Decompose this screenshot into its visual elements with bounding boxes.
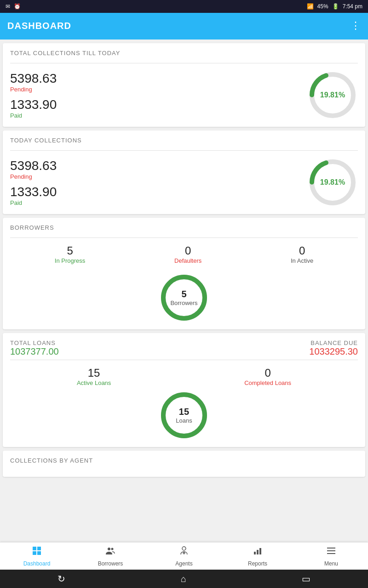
today-collections-title: TODAY COLLECTIONS — [10, 137, 358, 144]
completed-loans-count: 0 — [244, 367, 291, 379]
card-divider-4 — [10, 360, 358, 360]
today-pending-amount: 5398.63 — [10, 158, 307, 173]
svg-point-12 — [108, 548, 110, 550]
collections-agent-title: COLLECTIONS BY AGENT — [10, 457, 358, 464]
nav-agents-label: Agents — [175, 560, 192, 567]
inactive-label: In Active — [291, 257, 313, 264]
svg-rect-17 — [259, 548, 261, 554]
total-collections-donut: 19.81% — [307, 70, 358, 120]
card-divider-3 — [10, 237, 358, 238]
borrowers-icon — [105, 545, 116, 559]
nav-agents[interactable]: Agents — [147, 543, 221, 570]
nav-menu-label: Menu — [324, 560, 338, 567]
bottom-nav: Dashboard Borrowers Agents Reports Menu — [0, 542, 368, 570]
nav-reports-label: Reports — [248, 560, 267, 567]
card-divider-1 — [10, 63, 358, 63]
svg-rect-18 — [327, 548, 335, 548]
completed-loans-stat: 0 Completed Loans — [244, 367, 291, 386]
inactive-count: 0 — [291, 244, 313, 257]
loans-circle-wrapper: 15 Loans — [10, 390, 358, 441]
main-content: TOTAL COLLECTIONS TILL TODAY 5398.63 Pen… — [0, 43, 368, 529]
svg-point-14 — [182, 547, 186, 550]
today-collections-card: TODAY COLLECTIONS 5398.63 Pending 1333.9… — [3, 130, 365, 214]
top-divider — [0, 39, 368, 40]
loans-circle: 15 Loans — [159, 390, 209, 441]
card-divider-2 — [10, 150, 358, 151]
total-pending-amount: 5398.63 — [10, 71, 307, 86]
svg-rect-9 — [37, 547, 41, 550]
balance-due-amount: 1033295.30 — [309, 346, 358, 357]
svg-point-13 — [111, 548, 114, 550]
menu-icon — [326, 545, 337, 559]
today-paid-label: Paid — [10, 199, 307, 206]
borrowers-circle-center: 5 Borrowers — [170, 289, 197, 306]
loans-stats: 15 Active Loans 0 Completed Loans — [10, 367, 358, 386]
loans-amount: 1037377.00 — [10, 346, 59, 357]
nav-reports[interactable]: Reports — [221, 543, 294, 570]
inactive-stat: 0 In Active — [291, 244, 313, 264]
defaulters-label: Defaulters — [174, 257, 201, 264]
today-paid-amount: 1333.90 — [10, 185, 307, 199]
back-button[interactable]: ↻ — [58, 573, 65, 584]
wifi-icon: 📶 — [307, 3, 314, 10]
total-paid-amount: 1333.90 — [10, 97, 307, 112]
loans-circle-num: 15 — [176, 407, 192, 417]
borrowers-circle: 5 Borrowers — [159, 272, 209, 323]
today-collections-pct: 19.81% — [320, 178, 345, 187]
total-collections-row: 5398.63 Pending 1333.90 Paid 19.81% — [10, 70, 358, 120]
nav-borrowers[interactable]: Borrowers — [74, 543, 147, 570]
nav-dashboard-label: Dashboard — [23, 560, 51, 567]
svg-rect-19 — [327, 550, 335, 551]
msg-icon: ✉ — [6, 3, 10, 10]
svg-rect-20 — [327, 553, 335, 554]
home-button[interactable]: ⌂ — [181, 574, 186, 584]
active-loans-label: Active Loans — [77, 379, 111, 386]
loans-header-left: TOTAL LOANS 1037377.00 — [10, 339, 59, 357]
status-bar: ✉ ⏰ 📶 45% 🔋 7:54 pm — [0, 0, 368, 13]
borrowers-circle-label: Borrowers — [170, 300, 197, 306]
time-display: 7:54 pm — [343, 3, 362, 10]
today-pending-label: Pending — [10, 173, 307, 180]
today-collections-donut: 19.81% — [307, 157, 358, 208]
nav-menu[interactable]: Menu — [294, 543, 368, 570]
borrowers-stats: 5 In Progress 0 Defaulters 0 In Active — [10, 244, 358, 264]
borrowers-circle-num: 5 — [170, 289, 197, 300]
recents-button[interactable]: ▭ — [302, 573, 310, 584]
today-collections-row: 5398.63 Pending 1333.90 Paid 19.81% — [10, 157, 358, 208]
total-pending-label: Pending — [10, 86, 307, 93]
clock-icon: ⏰ — [14, 3, 21, 10]
svg-rect-16 — [257, 550, 259, 554]
defaulters-stat: 0 Defaulters — [174, 244, 201, 264]
today-collections-left: 5398.63 Pending 1333.90 Paid — [10, 158, 307, 206]
system-nav: ↻ ⌂ ▭ — [0, 570, 368, 588]
top-bar: DASHBOARD ⋮ — [0, 13, 368, 39]
borrowers-card: BORROWERS 5 In Progress 0 Defaulters 0 I… — [3, 218, 365, 329]
agents-icon — [178, 545, 190, 559]
svg-rect-10 — [33, 551, 36, 555]
svg-rect-11 — [37, 551, 41, 555]
nav-dashboard[interactable]: Dashboard — [0, 543, 74, 570]
reports-icon — [252, 545, 263, 559]
loans-circle-center: 15 Loans — [176, 407, 192, 424]
total-collections-pct: 19.81% — [320, 91, 345, 99]
total-collections-card: TOTAL COLLECTIONS TILL TODAY 5398.63 Pen… — [3, 43, 365, 127]
collections-agent-card: COLLECTIONS BY AGENT — [3, 451, 365, 477]
borrowers-circle-wrapper: 5 Borrowers — [10, 272, 358, 323]
svg-rect-15 — [254, 552, 256, 554]
loans-circle-label: Loans — [176, 417, 192, 424]
total-collections-left: 5398.63 Pending 1333.90 Paid — [10, 71, 307, 119]
in-progress-label: In Progress — [55, 257, 85, 264]
page-title: DASHBOARD — [7, 21, 71, 31]
status-bar-right: 📶 45% 🔋 7:54 pm — [307, 3, 362, 10]
total-loans-card: TOTAL LOANS 1037377.00 BALANCE DUE 10332… — [3, 333, 365, 447]
balance-due-title: BALANCE DUE — [309, 339, 358, 346]
completed-loans-label: Completed Loans — [244, 379, 291, 386]
defaulters-count: 0 — [174, 244, 201, 257]
dashboard-icon — [31, 545, 42, 559]
in-progress-count: 5 — [55, 244, 85, 257]
total-collections-title: TOTAL COLLECTIONS TILL TODAY — [10, 50, 358, 57]
status-bar-left: ✉ ⏰ — [6, 3, 21, 10]
active-loans-stat: 15 Active Loans — [77, 367, 111, 386]
active-loans-count: 15 — [77, 367, 111, 379]
more-vert-icon[interactable]: ⋮ — [351, 20, 361, 32]
